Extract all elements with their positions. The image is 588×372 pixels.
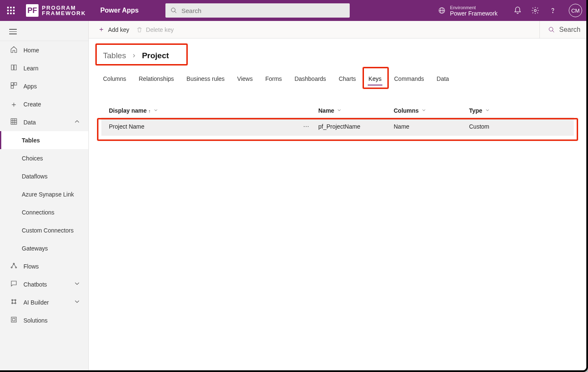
chevron-down-icon — [73, 298, 81, 307]
home-icon — [10, 46, 18, 54]
chevron-down-icon — [485, 108, 490, 113]
tab-charts[interactable]: Charts — [338, 73, 357, 85]
trash-icon — [136, 26, 143, 33]
sidebar-item-label: AI Builder — [23, 299, 49, 306]
environment-name: Power Framework — [450, 10, 498, 16]
add-key-button[interactable]: ＋Add key — [95, 23, 133, 36]
sidebar-item-create[interactable]: ＋Create — [0, 95, 88, 113]
sidebar-item-azure-synapse-link[interactable]: Azure Synapse Link — [0, 185, 88, 203]
sidebar-item-tables[interactable]: Tables — [0, 131, 88, 149]
cell-name: pf_ProjectName — [318, 123, 394, 130]
sidebar-item-label: Create — [23, 101, 41, 108]
avatar[interactable]: CM — [569, 4, 582, 17]
solution-icon — [10, 316, 18, 325]
global-search-input[interactable] — [181, 7, 345, 14]
sidebar-item-apps[interactable]: Apps — [0, 77, 88, 95]
tab-forms[interactable]: Forms — [264, 73, 283, 85]
col-display-name[interactable]: Display name↑ — [109, 107, 318, 114]
row-more-icon[interactable]: ⋯ — [303, 123, 310, 130]
search-icon — [548, 26, 555, 33]
chevron-down-icon — [73, 280, 81, 289]
svg-point-5 — [534, 10, 536, 12]
sidebar-item-label: Data — [23, 119, 36, 126]
svg-line-1 — [175, 11, 176, 13]
app-launcher-icon[interactable] — [4, 4, 18, 17]
svg-point-28 — [549, 27, 553, 31]
sidebar-item-home[interactable]: Home — [0, 41, 88, 59]
apps-icon — [10, 82, 18, 90]
sidebar-item-label: Connections — [22, 209, 54, 216]
sidebar-item-label: Dataflows — [22, 173, 47, 180]
delete-key-label: Delete key — [146, 26, 174, 33]
tab-columns[interactable]: Columns — [102, 73, 127, 85]
sidebar-item-label: Gateways — [22, 245, 48, 252]
commandbar-search-label: Search — [559, 26, 580, 34]
book-icon — [10, 64, 18, 72]
ai-icon — [10, 298, 18, 307]
tab-commands[interactable]: Commands — [393, 73, 425, 85]
col-type[interactable]: Type — [469, 107, 566, 114]
collapse-sidebar-button[interactable] — [0, 23, 88, 41]
topbar: PF PROGRAM FRAMEWORK Power Apps Environm… — [0, 0, 586, 21]
tab-views[interactable]: Views — [236, 73, 253, 85]
svg-rect-9 — [11, 86, 13, 88]
sidebar-item-dataflows[interactable]: Dataflows — [0, 167, 88, 185]
chevron-up-icon — [73, 118, 81, 127]
sidebar: HomeLearnApps＋CreateDataTablesChoicesDat… — [0, 21, 89, 370]
delete-key-button: Delete key — [133, 24, 177, 36]
table-row[interactable]: Project Name⋯pf_ProjectNameNameCustom — [101, 117, 574, 136]
tab-data[interactable]: Data — [436, 73, 450, 85]
svg-rect-27 — [13, 318, 15, 321]
chevron-down-icon — [421, 108, 426, 113]
sidebar-item-chatbots[interactable]: Chatbots — [0, 275, 88, 293]
sidebar-item-solutions[interactable]: Solutions — [0, 311, 88, 329]
sidebar-item-label: Solutions — [23, 317, 48, 324]
grid-icon — [10, 118, 18, 127]
search-icon — [170, 7, 177, 14]
logo: PF PROGRAM FRAMEWORK — [26, 4, 86, 17]
tab-business-rules[interactable]: Business rules — [186, 73, 225, 85]
globe-icon — [438, 7, 446, 14]
sidebar-item-label: Azure Synapse Link — [22, 191, 74, 198]
help-icon[interactable] — [549, 6, 557, 15]
chat-icon — [10, 280, 18, 289]
table-header: Display name↑ Name Columns Type — [101, 104, 574, 117]
sidebar-item-flows[interactable]: Flows — [0, 257, 88, 275]
sidebar-item-custom-connectors[interactable]: Custom Connectors — [0, 221, 88, 239]
tab-dashboards[interactable]: Dashboards — [294, 73, 327, 85]
col-name[interactable]: Name — [318, 107, 394, 114]
breadcrumb-current: Project — [142, 51, 169, 60]
global-search[interactable] — [165, 3, 350, 18]
sidebar-item-choices[interactable]: Choices — [0, 149, 88, 167]
cell-type: Custom — [469, 123, 566, 130]
svg-rect-26 — [11, 317, 16, 322]
flow-icon — [10, 262, 18, 271]
col-columns[interactable]: Columns — [394, 107, 469, 114]
chevron-down-icon — [337, 108, 342, 113]
tabs: ColumnsRelationshipsBusiness rulesViewsF… — [99, 73, 576, 85]
cell-display-name: Project Name — [109, 123, 144, 130]
chevron-down-icon — [153, 108, 158, 113]
sidebar-item-learn[interactable]: Learn — [0, 59, 88, 77]
sidebar-item-label: Tables — [22, 137, 40, 144]
sidebar-item-connections[interactable]: Connections — [0, 203, 88, 221]
tab-keys[interactable]: Keys — [368, 73, 382, 85]
breadcrumb-parent[interactable]: Tables — [103, 51, 126, 60]
gear-icon[interactable] — [531, 6, 539, 15]
svg-rect-7 — [11, 83, 13, 85]
sidebar-item-gateways[interactable]: Gateways — [0, 239, 88, 257]
sidebar-item-ai-builder[interactable]: AI Builder — [0, 293, 88, 311]
sidebar-item-data[interactable]: Data — [0, 113, 88, 131]
svg-rect-8 — [14, 83, 17, 85]
breadcrumb: Tables Project — [99, 49, 173, 62]
environment-picker[interactable]: Environment Power Framework — [438, 5, 498, 16]
sidebar-item-label: Apps — [23, 83, 37, 90]
tab-relationships[interactable]: Relationships — [138, 73, 175, 85]
sidebar-item-label: Learn — [23, 65, 39, 72]
logo-mark: PF — [26, 4, 39, 17]
add-key-label: Add key — [108, 26, 129, 33]
bell-icon[interactable] — [513, 6, 522, 15]
sidebar-item-label: Home — [23, 47, 39, 54]
svg-point-0 — [171, 8, 175, 12]
commandbar-search[interactable]: Search — [539, 21, 580, 38]
